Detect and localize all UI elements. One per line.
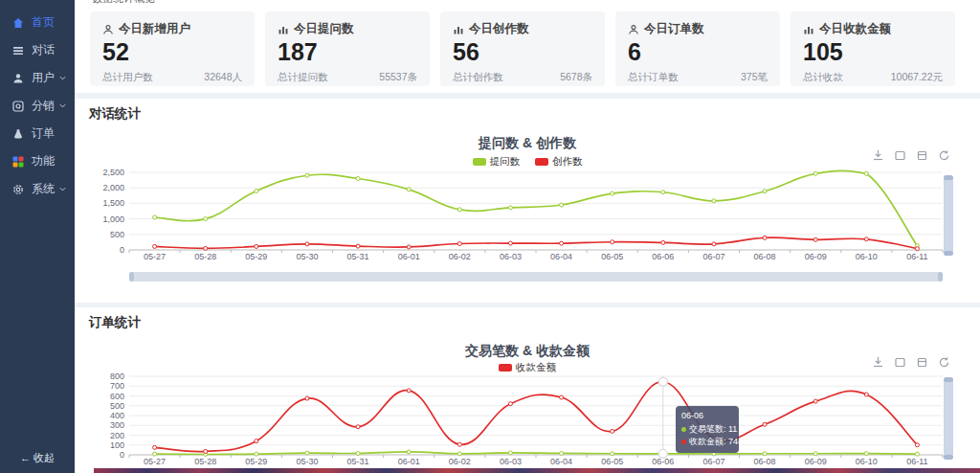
tooltip-date: 06-06 — [681, 410, 733, 423]
svg-text:06-10: 06-10 — [856, 457, 878, 466]
user-icon — [12, 73, 24, 84]
stat-card-value: 56 — [453, 39, 592, 66]
sidebar-item-distribution[interactable]: 分销 — [0, 92, 75, 120]
svg-text:05-30: 05-30 — [296, 457, 318, 466]
chart1-vertical-datazoom[interactable] — [944, 175, 953, 256]
stat-cards-row: 今日新增用户 52 总计用户数32648人 今日提问数 187 总计提问数555… — [90, 11, 955, 86]
chat-icon — [12, 45, 24, 56]
arrow-left-icon: ← — [20, 452, 31, 463]
bar-chart-icon — [278, 24, 289, 35]
chat-stats-panel: 对话统计 提问数 & 创作数 提问数创作数 05001,0001,5002,00… — [75, 99, 980, 303]
svg-text:2,000: 2,000 — [102, 183, 124, 192]
svg-text:06-09: 06-09 — [805, 252, 827, 261]
svg-text:06-05: 06-05 — [601, 457, 623, 466]
questions-creations-line-chart[interactable]: 05001,0001,5002,0002,50005-2705-2805-290… — [94, 166, 946, 263]
gear-icon — [12, 184, 24, 195]
svg-text:06-02: 06-02 — [449, 252, 471, 261]
svg-text:700: 700 — [110, 381, 124, 391]
svg-text:1,000: 1,000 — [102, 214, 124, 224]
stat-card-footer-value: 10067.22元 — [891, 71, 943, 84]
download-icon[interactable] — [871, 148, 885, 163]
svg-text:600: 600 — [110, 392, 124, 401]
stat-card-orders: 今日订单数 6 总计订单数375笔 — [615, 11, 780, 86]
svg-text:06-11: 06-11 — [906, 252, 927, 261]
chart1-datazoom-slider[interactable] — [129, 272, 943, 282]
svg-text:06-03: 06-03 — [500, 252, 522, 261]
svg-text:100: 100 — [110, 440, 124, 450]
svg-text:06-07: 06-07 — [702, 457, 724, 466]
svg-text:05-28: 05-28 — [194, 457, 216, 466]
svg-text:2,500: 2,500 — [102, 168, 124, 177]
stat-card-new-users: 今日新增用户 52 总计用户数32648人 — [90, 11, 255, 86]
svg-text:06-10: 06-10 — [856, 252, 878, 261]
sidebar-item-users[interactable]: 用户 — [0, 64, 75, 92]
chart2-vertical-datazoom[interactable] — [944, 377, 953, 460]
svg-text:1,500: 1,500 — [102, 198, 124, 208]
chart2-datazoom-preview[interactable] — [94, 468, 980, 473]
svg-text:06-08: 06-08 — [754, 457, 776, 466]
restore-icon[interactable] — [915, 355, 929, 370]
svg-text:06-03: 06-03 — [500, 457, 522, 466]
collapse-label: 收起 — [33, 452, 55, 463]
sidebar-item-label: 首页 — [32, 14, 55, 31]
home-icon — [12, 17, 24, 29]
svg-text:06-04: 06-04 — [550, 252, 572, 261]
sidebar: 首页 对话 用户 分销 订单 功能 — [0, 0, 75, 473]
sidebar-item-home[interactable]: 首页 — [0, 9, 75, 36]
stat-card-footer-value: 55537条 — [379, 71, 417, 84]
svg-text:05-27: 05-27 — [144, 457, 166, 466]
sidebar-menu: 首页 对话 用户 分销 订单 功能 — [0, 0, 75, 203]
stat-card-footer-value: 375笔 — [741, 71, 768, 84]
sidebar-item-features[interactable]: 功能 — [0, 147, 75, 175]
share-icon — [12, 101, 24, 112]
transactions-revenue-line-chart[interactable]: 010020030040050060070080005-2705-2805-29… — [94, 371, 946, 470]
dashboard-app: 首页 对话 用户 分销 订单 功能 — [0, 0, 980, 473]
chevron-down-icon — [59, 187, 66, 191]
bar-chart-icon — [803, 24, 814, 35]
stat-card-footer-label: 总计收款 — [803, 71, 843, 84]
data-view-icon[interactable] — [893, 355, 907, 370]
svg-text:0: 0 — [120, 450, 124, 460]
sidebar-item-system[interactable]: 系统 — [0, 175, 75, 203]
chevron-down-icon — [59, 76, 66, 80]
stat-card-revenue: 今日收款金额 105 总计收款10067.22元 — [791, 11, 955, 86]
refresh-icon[interactable] — [937, 355, 951, 370]
sidebar-item-label: 用户 — [32, 70, 55, 86]
user-icon — [628, 24, 639, 35]
order-icon — [12, 128, 24, 140]
svg-text:800: 800 — [110, 372, 124, 381]
stat-card-value: 6 — [628, 39, 768, 66]
svg-text:500: 500 — [110, 401, 124, 411]
apps-icon — [12, 156, 24, 168]
bar-chart-icon — [453, 24, 464, 35]
data-view-icon[interactable] — [893, 148, 907, 163]
download-icon[interactable] — [871, 355, 885, 370]
svg-text:05-28: 05-28 — [194, 252, 216, 261]
stat-card-title: 今日订单数 — [644, 21, 704, 37]
legend-swatch — [535, 158, 548, 166]
sidebar-item-orders[interactable]: 订单 — [0, 120, 75, 147]
stat-card-value: 52 — [102, 39, 242, 66]
stat-card-questions: 今日提问数 187 总计提问数55537条 — [265, 11, 430, 86]
stat-card-footer-value: 32648人 — [204, 71, 242, 84]
stat-card-creations: 今日创作数 56 总计创作数5678条 — [440, 11, 605, 86]
stat-card-title: 今日创作数 — [469, 21, 529, 37]
svg-text:05-30: 05-30 — [296, 252, 318, 261]
svg-text:06-06: 06-06 — [652, 252, 674, 261]
svg-text:06-08: 06-08 — [754, 252, 776, 261]
tooltip-row: 交易笔数: 11 — [681, 423, 733, 437]
stat-card-footer-label: 总计用户数 — [102, 71, 153, 84]
section-title-orders: 订单统计 — [89, 314, 141, 331]
chart1-toolbox — [871, 148, 951, 163]
svg-text:500: 500 — [110, 230, 124, 239]
sidebar-collapse-button[interactable]: ← 收起 — [0, 451, 75, 465]
chevron-down-icon — [59, 103, 66, 108]
chart2-title: 交易笔数 & 收款金额 — [75, 343, 980, 360]
sidebar-item-chat[interactable]: 对话 — [0, 36, 75, 64]
page-title: 数据统计概览 — [92, 0, 155, 6]
stat-card-footer-label: 总计提问数 — [278, 71, 328, 84]
refresh-icon[interactable] — [937, 148, 951, 163]
chart2-toolbox — [871, 355, 951, 370]
stat-card-footer-label: 总计创作数 — [453, 71, 503, 84]
restore-icon[interactable] — [915, 148, 929, 163]
